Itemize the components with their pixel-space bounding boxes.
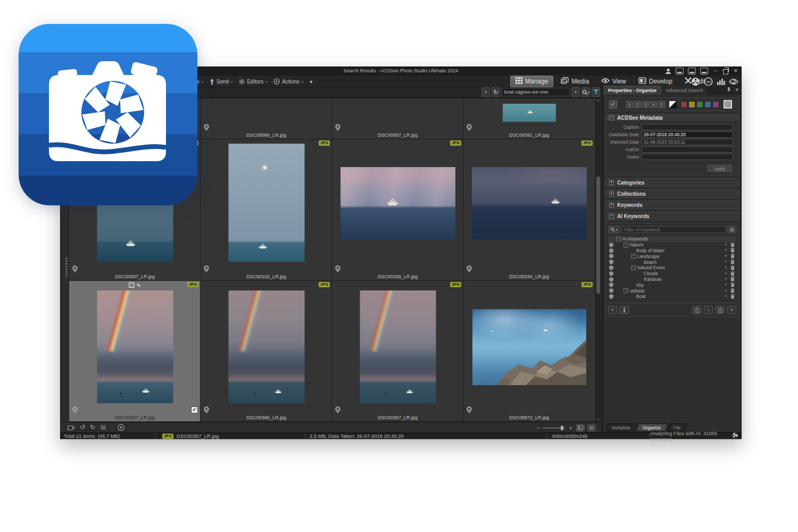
add-keyword-icon[interactable]: + — [725, 288, 727, 293]
auto-tag-checkbox-button[interactable]: ✔ — [608, 306, 617, 314]
field-input-imported-date[interactable] — [642, 139, 733, 145]
ai-filter-input[interactable] — [621, 226, 726, 233]
no-label-swatch[interactable] — [724, 100, 732, 109]
bottom-tab-metadata[interactable]: Metadata — [605, 423, 637, 431]
ai-keyword-row[interactable]: Boat+ — [608, 294, 736, 300]
expand-icon[interactable]: + — [609, 203, 614, 207]
ai-keyword-row[interactable]: Sky+ — [608, 282, 736, 288]
tree-expander[interactable]: − — [616, 237, 621, 242]
delete-keyword-icon[interactable] — [730, 282, 735, 287]
add-keyword-icon[interactable]: + — [725, 282, 727, 287]
delete-keyword-icon[interactable] — [730, 254, 735, 259]
minimize-button[interactable]: – — [712, 68, 719, 74]
ai-keyword-row[interactable]: Body of Water+ — [608, 248, 736, 254]
selection-checkbox[interactable]: ✔ — [191, 406, 198, 413]
ai-keyword-row[interactable]: Clouds+ — [608, 271, 736, 277]
pin-panel-icon[interactable] — [727, 87, 731, 93]
add-keyword-icon[interactable]: + — [725, 265, 727, 270]
apply-button[interactable]: Apply — [708, 165, 732, 172]
close-panel-icon[interactable]: ✕ — [735, 87, 739, 93]
expand-icon[interactable]: + — [609, 192, 614, 196]
acdsee-365-icon[interactable]: 365 — [704, 77, 713, 86]
thumbnail-cell[interactable]: JPG✎✔DSC00357_LR.jpg — [69, 280, 201, 422]
add-keywords-button[interactable]: ＋ — [704, 306, 713, 314]
tree-expander[interactable]: − — [624, 243, 628, 247]
expand-icon[interactable]: + — [609, 180, 614, 185]
zoom-slider[interactable] — [543, 427, 565, 429]
account-icon[interactable] — [665, 68, 671, 74]
thumbnail-cell[interactable]: DSC00087_LR.jpg — [331, 98, 464, 139]
panel-tab-properties-organize[interactable]: Properties - Organize — [603, 86, 661, 95]
ai-keyword-row[interactable]: Beach+ — [608, 259, 736, 265]
toolbar-overflow-chevron[interactable]: ▾ — [310, 79, 312, 85]
refresh-search-icon[interactable]: ↻ — [492, 87, 500, 97]
mode-tab-media[interactable]: Media — [556, 76, 594, 87]
pane-drag-handle[interactable] — [65, 258, 68, 277]
no-rating-swatch[interactable] — [669, 101, 677, 109]
rotate-right-icon[interactable]: ↻ — [90, 423, 95, 431]
paste-keywords-button[interactable] — [692, 306, 701, 314]
ai-settings-gear-icon[interactable] — [727, 226, 736, 234]
tree-expander[interactable]: − — [631, 254, 636, 259]
search-options-button[interactable]: ▾ — [581, 87, 590, 97]
clear-keywords-button[interactable]: ✕ — [727, 306, 736, 314]
rating-4[interactable]: 4 — [650, 101, 657, 108]
delete-keyword-icon[interactable] — [730, 248, 735, 253]
color-label-1[interactable] — [680, 101, 687, 108]
field-input-author[interactable] — [642, 146, 733, 153]
delete-keyword-icon[interactable] — [730, 260, 735, 264]
ai-keyword-row[interactable]: −Vehicle+ — [608, 288, 736, 294]
brush-button[interactable] — [620, 306, 629, 314]
thumbnail-cell[interactable]: JPGDSC09872_LR.jpg — [463, 280, 595, 422]
close-button[interactable]: ✕ — [733, 68, 739, 74]
search-input[interactable] — [502, 88, 570, 96]
tagged-checkbox[interactable]: ✔ — [609, 101, 617, 109]
color-label-5[interactable] — [712, 101, 719, 108]
toolbar-item-actions[interactable]: Actions▾ — [273, 78, 303, 85]
zoom-out-button[interactable]: − — [537, 425, 540, 430]
ai-search-button[interactable]: ▾ — [608, 226, 620, 234]
section-header-ai-keywords[interactable]: − AI Keywords — [605, 212, 739, 220]
filmstrip-icon[interactable] — [100, 425, 106, 430]
ai-keyword-row[interactable]: −Landscape+ — [608, 253, 736, 259]
filter-icon[interactable] — [592, 87, 600, 97]
add-keyword-icon[interactable]: + — [725, 277, 727, 281]
search-history-dropdown[interactable]: ▾ — [571, 87, 580, 97]
toolbar-item-send[interactable]: Send▾ — [210, 79, 232, 85]
collapse-icon[interactable]: − — [609, 115, 614, 120]
tree-expander[interactable]: − — [631, 265, 636, 270]
tree-expander[interactable]: − — [624, 288, 628, 293]
thumbnail-cell[interactable]: DSC00091_LR.jpg — [463, 98, 595, 139]
field-input-database-date[interactable] — [642, 131, 733, 138]
collapse-icon[interactable]: − — [609, 214, 614, 219]
field-input-caption[interactable] — [642, 124, 733, 130]
delete-keyword-icon[interactable] — [730, 265, 735, 270]
restore-button[interactable] — [723, 68, 728, 74]
rating-1[interactable]: 1 — [626, 101, 633, 108]
section-header-collections[interactable]: +Collections — [605, 189, 739, 198]
thumbnail-cell[interactable]: JPGDSC00367_LR.jpg — [331, 280, 464, 422]
dashboard-chart-icon[interactable] — [717, 78, 725, 85]
zoom-in-button[interactable]: ＋ — [568, 425, 573, 430]
layout-pane-icon-1[interactable] — [676, 68, 684, 74]
layout-pane-icon-2[interactable] — [688, 68, 696, 74]
add-keyword-icon[interactable]: + — [725, 271, 727, 276]
add-keyword-icon[interactable]: + — [725, 294, 727, 299]
metadata-section-header[interactable]: − ACDSee Metadata — [606, 114, 738, 122]
add-keyword-icon[interactable]: + — [725, 243, 727, 247]
toolbar-item-editors[interactable]: Editors▾ — [239, 79, 267, 85]
section-header-categories[interactable]: +Categories — [605, 178, 739, 187]
delete-keyword-icon[interactable] — [730, 288, 735, 293]
mode-tab-develop[interactable]: Develop — [634, 76, 677, 87]
mode-tab-view[interactable]: View — [596, 76, 631, 87]
delete-keyword-icon[interactable] — [730, 271, 735, 276]
thumbnail-cell[interactable]: JPGDSC00336_LR.jpg — [331, 139, 464, 281]
details-view-button[interactable] — [587, 424, 596, 431]
delete-keyword-icon[interactable] — [730, 277, 735, 281]
rating-5[interactable]: 5 — [658, 101, 665, 108]
scroll-down-arrow[interactable]: ▼ — [596, 417, 601, 421]
add-keyword-icon[interactable]: + — [725, 254, 727, 259]
panel-tab-advanced-search[interactable]: Advanced Search — [661, 86, 708, 95]
thumbnail-cell[interactable]: JPGDSC00102_LR.jpg — [200, 139, 332, 281]
delete-keyword-icon[interactable] — [730, 294, 735, 299]
